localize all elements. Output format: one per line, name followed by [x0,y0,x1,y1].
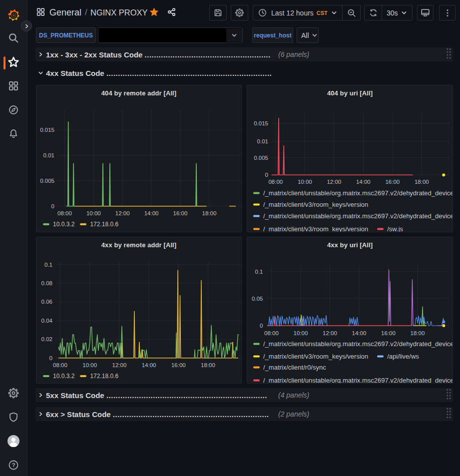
svg-text:0.015: 0.015 [254,120,268,126]
svg-text:16:00: 16:00 [171,362,186,368]
svg-text:14:00: 14:00 [352,330,367,336]
svg-text:0.005: 0.005 [40,178,54,184]
svg-text:12:00: 12:00 [323,330,337,336]
svg-text:0.04: 0.04 [41,318,53,324]
svg-text:0.02: 0.02 [41,336,52,342]
svg-text:10:00: 10:00 [86,210,101,216]
svg-text:0: 0 [265,172,268,178]
svg-text:16:00: 16:00 [385,179,400,185]
svg-text:0.1: 0.1 [44,262,52,268]
svg-text:?: ? [11,462,15,469]
svg-text:0: 0 [51,203,54,209]
svg-text:16:00: 16:00 [381,330,396,336]
svg-text:0.015: 0.015 [40,127,54,133]
svg-text:18:00: 18:00 [201,362,215,368]
svg-text:0.05: 0.05 [252,296,263,302]
svg-text:14:00: 14:00 [144,210,159,216]
svg-text:08:00: 08:00 [53,362,67,368]
svg-text:08:00: 08:00 [268,179,283,185]
svg-text:18:00: 18:00 [411,330,425,336]
svg-text:12:00: 12:00 [327,179,341,185]
svg-text:12:00: 12:00 [112,362,127,368]
svg-text:14:00: 14:00 [142,362,156,368]
svg-text:0: 0 [49,355,52,361]
svg-text:14:00: 14:00 [356,179,371,185]
svg-text:18:00: 18:00 [415,179,429,185]
svg-text:0.005: 0.005 [254,155,268,161]
svg-text:08:00: 08:00 [57,210,72,216]
svg-text:18:00: 18:00 [202,210,217,216]
svg-text:0.01: 0.01 [257,138,268,144]
svg-text:0.1: 0.1 [255,269,263,275]
svg-text:12:00: 12:00 [115,210,130,216]
svg-text:0.06: 0.06 [41,299,52,305]
svg-text:0.08: 0.08 [41,280,52,286]
svg-text:0.01: 0.01 [43,152,54,158]
svg-text:16:00: 16:00 [173,210,188,216]
svg-text:10:00: 10:00 [294,330,308,336]
svg-text:08:00: 08:00 [264,330,279,336]
svg-text:0: 0 [260,323,263,329]
svg-text:10:00: 10:00 [82,362,97,368]
svg-text:10:00: 10:00 [298,179,312,185]
